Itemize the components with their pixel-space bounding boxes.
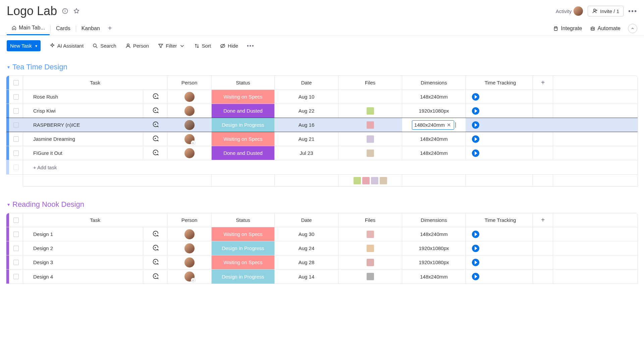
add-tab-button[interactable]: + [105,22,115,35]
file-thumb[interactable] [367,259,374,266]
task-name-cell[interactable]: Rose Rush [23,90,143,104]
status-badge[interactable]: Design in Progress [212,118,274,132]
group-header[interactable]: ▾ Reading Nook Design [6,197,638,213]
task-name-cell[interactable]: Crisp Kiwi [23,104,143,118]
invite-button[interactable]: Invite / 1 [588,6,624,16]
person-avatar[interactable]: ⌂ [184,272,195,282]
person-avatar[interactable] [184,148,195,158]
open-row-icon[interactable] [152,244,159,252]
col-tracking[interactable]: Time Tracking [466,213,533,227]
col-tracking[interactable]: Time Tracking [466,76,533,89]
file-thumb[interactable] [367,273,374,280]
file-thumb[interactable] [354,177,361,184]
row-checkbox[interactable] [13,260,19,265]
col-task[interactable]: Task [23,213,167,227]
collapse-button[interactable] [628,24,637,33]
automate-button[interactable]: Automate [590,25,621,32]
dimensions-value[interactable]: 148x240mm [420,136,448,142]
sort-button[interactable]: Sort [194,43,211,49]
file-thumb[interactable] [367,149,374,157]
play-button[interactable] [472,135,479,143]
add-task-button[interactable]: + Add task [23,160,638,174]
clear-icon[interactable]: ✕ [446,122,452,128]
row-checkbox[interactable] [13,165,19,170]
task-name-cell[interactable]: Design 1 [23,227,143,241]
new-task-button[interactable]: New Task ▾ [7,40,41,51]
task-name-cell[interactable]: Design 4 [23,269,143,284]
row-checkbox[interactable] [13,108,19,114]
col-date[interactable]: Date [275,213,338,227]
row-checkbox[interactable] [13,246,19,251]
date-cell[interactable]: Aug 14 [275,269,338,284]
filter-button[interactable]: Filter [158,43,185,49]
status-badge[interactable]: Waiting on Specs [212,255,274,269]
dimensions-value[interactable]: 148x240mm [420,94,448,100]
dimensions-value[interactable]: 148x240mm [420,150,448,156]
task-name-cell[interactable]: Design 3 [23,255,143,269]
row-checkbox[interactable] [13,94,19,100]
person-avatar[interactable] [184,229,195,239]
file-thumb[interactable] [367,107,374,115]
status-badge[interactable]: Design in Progress [212,269,274,284]
open-row-icon[interactable] [152,135,159,143]
person-avatar[interactable] [184,120,195,130]
play-button[interactable] [472,259,479,266]
open-row-icon[interactable] [152,107,159,115]
file-thumb[interactable] [367,231,374,238]
file-thumb[interactable] [367,245,374,252]
star-icon[interactable] [73,8,80,14]
col-files[interactable]: Files [338,213,402,227]
col-date[interactable]: Date [275,76,338,89]
date-cell[interactable]: Aug 22 [275,104,338,118]
play-button[interactable] [472,93,479,101]
col-person[interactable]: Person [167,213,212,227]
status-badge[interactable]: Waiting on Specs [212,132,274,146]
search-button[interactable]: Search [92,43,116,49]
more-menu-icon[interactable]: ••• [628,7,637,15]
integrate-button[interactable]: Integrate [553,25,582,32]
date-cell[interactable]: Aug 30 [275,227,338,241]
open-row-icon[interactable] [152,149,159,157]
play-button[interactable] [472,273,479,280]
dimensions-value[interactable]: 644x362px [419,259,449,265]
dimensions-value[interactable]: 644x362px [419,245,449,251]
status-badge[interactable]: Done and Dusted [212,146,274,160]
dimensions-value[interactable]: 148x240mm [420,274,448,280]
tab-main[interactable]: Main Tab... [7,21,50,35]
file-thumb[interactable] [362,177,370,184]
row-checkbox[interactable] [13,232,19,237]
add-column-button[interactable]: + [533,76,553,89]
status-badge[interactable]: Waiting on Specs [212,90,274,104]
person-avatar[interactable]: ⌂ [184,134,195,144]
col-status[interactable]: Status [212,213,275,227]
file-thumb[interactable] [371,177,378,184]
status-badge[interactable]: Design in Progress [212,241,274,255]
ai-assistant-button[interactable]: AI Assistant [49,43,84,49]
task-name-cell[interactable]: RASPBERRY (n)ICE [23,118,143,132]
activity-button[interactable]: Activity [556,6,583,16]
play-button[interactable] [472,245,479,252]
person-avatar[interactable] [184,106,195,116]
col-dimensions[interactable]: Dimensions [402,213,466,227]
date-cell[interactable]: Jul 23 [275,146,338,160]
open-row-icon[interactable] [152,230,159,238]
col-dimensions[interactable]: Dimensions [402,76,466,89]
task-name-cell[interactable]: Jasmine Dreaming [23,132,143,146]
checkbox-all[interactable] [13,218,19,223]
row-checkbox[interactable] [13,136,19,142]
play-button[interactable] [472,149,479,157]
col-files[interactable]: Files [338,76,402,89]
status-badge[interactable]: Done and Dusted [212,104,274,118]
dimensions-value[interactable]: 148x240mm [420,231,448,237]
date-cell[interactable]: Aug 24 [275,241,338,255]
row-checkbox[interactable] [13,274,19,279]
date-cell[interactable]: Aug 21 [275,132,338,146]
file-thumb[interactable] [380,177,387,184]
file-thumb[interactable] [367,121,374,129]
open-row-icon[interactable] [152,121,159,129]
play-button[interactable] [472,107,479,115]
col-status[interactable]: Status [212,76,275,89]
checkbox-all[interactable] [13,80,19,85]
person-avatar[interactable] [184,243,195,253]
file-thumb[interactable] [367,135,374,143]
